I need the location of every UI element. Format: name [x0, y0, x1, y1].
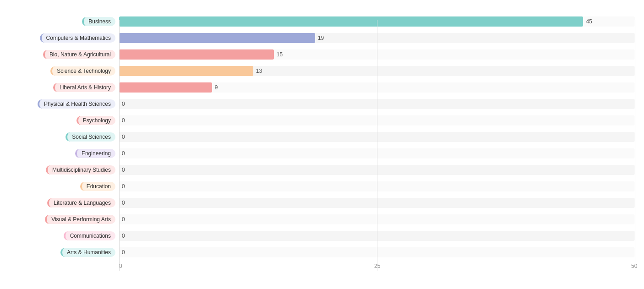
- bar-track: 0: [119, 99, 635, 109]
- bar-track: 0: [119, 247, 635, 257]
- bar-fill: [119, 82, 212, 93]
- bar-label-pill: Literature & Languages: [47, 198, 115, 207]
- bar-row: Bio, Nature & Agricultural15: [9, 47, 635, 62]
- bar-label-pill: Education: [80, 182, 115, 191]
- bar-label: Psychology: [9, 116, 119, 125]
- bar-track: 0: [119, 132, 635, 142]
- bar-label-pill: Communications: [64, 231, 115, 240]
- bar-label: Bio, Nature & Agricultural: [9, 50, 119, 59]
- bar-value-label: 0: [122, 134, 125, 140]
- bar-row: Computers & Mathematics19: [9, 30, 635, 46]
- bar-label-pill: Bio, Nature & Agricultural: [43, 50, 115, 59]
- bar-value-label: 0: [122, 183, 125, 190]
- bar-value-label: 0: [122, 216, 125, 223]
- bar-track: 13: [119, 66, 635, 76]
- bar-label-pill: Arts & Humanities: [60, 248, 115, 257]
- bar-row: Physical & Health Sciences0: [9, 96, 635, 112]
- bar-label: Social Sciences: [9, 132, 119, 142]
- bar-track: 0: [119, 165, 635, 175]
- bar-value-label: 0: [122, 101, 125, 107]
- bar-label-pill: Multidisciplinary Studies: [46, 165, 115, 174]
- bar-fill: [119, 16, 583, 27]
- bar-fill: [119, 49, 274, 60]
- bar-label: Physical & Health Sciences: [9, 99, 119, 109]
- bar-label-pill: Engineering: [75, 149, 115, 158]
- bar-value-label: 0: [122, 117, 125, 124]
- bar-label-pill: Physical & Health Sciences: [38, 99, 115, 109]
- bar-row: Multidisciplinary Studies0: [9, 162, 635, 178]
- bar-row: Arts & Humanities0: [9, 245, 635, 260]
- bar-row: Social Sciences0: [9, 129, 635, 145]
- bar-value-label: 45: [586, 18, 592, 25]
- bar-fill: [119, 33, 315, 43]
- bar-row: Education0: [9, 179, 635, 194]
- x-axis-label: 0: [119, 263, 122, 269]
- bar-label-pill: Business: [82, 17, 115, 26]
- bar-label: Education: [9, 182, 119, 191]
- bar-label-pill: Visual & Performing Arts: [45, 215, 115, 224]
- bar-value-label: 0: [122, 249, 125, 256]
- bar-label: Visual & Performing Arts: [9, 215, 119, 224]
- bar-value-label: 19: [318, 35, 324, 41]
- bar-row: Literature & Languages0: [9, 195, 635, 211]
- bar-label: Communications: [9, 231, 119, 240]
- bar-row: Science & Technology13: [9, 63, 635, 79]
- bar-value-label: 0: [122, 200, 125, 206]
- bar-label-pill: Social Sciences: [65, 132, 115, 142]
- bar-value-label: 9: [215, 84, 218, 91]
- bar-label-pill: Science & Technology: [50, 66, 115, 76]
- bar-track: 0: [119, 115, 635, 125]
- bar-track: 0: [119, 181, 635, 191]
- bar-track: 9: [119, 82, 635, 93]
- bar-value-label: 0: [122, 167, 125, 173]
- x-axis-label: 25: [374, 263, 380, 269]
- bar-label: Liberal Arts & History: [9, 83, 119, 92]
- bar-track: 15: [119, 49, 635, 60]
- bar-track: 0: [119, 148, 635, 158]
- bar-track: 45: [119, 16, 635, 27]
- bar-value-label: 15: [277, 51, 283, 58]
- chart-container: Business45Computers & Mathematics19Bio, …: [0, 0, 644, 289]
- bar-track: 0: [119, 231, 635, 241]
- bar-value-label: 0: [122, 233, 125, 239]
- bar-track: 0: [119, 198, 635, 208]
- bar-label-pill: Psychology: [76, 116, 115, 125]
- bar-row: Communications0: [9, 228, 635, 244]
- bar-label: Literature & Languages: [9, 198, 119, 207]
- bar-row: Visual & Performing Arts0: [9, 212, 635, 227]
- bar-label: Business: [9, 17, 119, 26]
- bar-label-pill: Liberal Arts & History: [53, 83, 115, 92]
- grid-line: [635, 20, 635, 271]
- bar-label-pill: Computers & Mathematics: [40, 33, 115, 43]
- x-axis-label: 50: [631, 263, 637, 269]
- bar-row: Engineering0: [9, 146, 635, 161]
- bar-row: Liberal Arts & History9: [9, 80, 635, 95]
- chart-area: Business45Computers & Mathematics19Bio, …: [9, 14, 635, 261]
- bar-label: Engineering: [9, 149, 119, 158]
- bar-value-label: 13: [256, 68, 262, 74]
- bar-label: Multidisciplinary Studies: [9, 165, 119, 174]
- bar-value-label: 0: [122, 150, 125, 157]
- bar-row: Psychology0: [9, 113, 635, 128]
- bar-row: Business45: [9, 14, 635, 29]
- bar-track: 19: [119, 33, 635, 43]
- bar-fill: [119, 66, 253, 76]
- bar-label: Arts & Humanities: [9, 248, 119, 257]
- bar-label: Computers & Mathematics: [9, 33, 119, 43]
- bar-label: Science & Technology: [9, 66, 119, 76]
- bar-track: 0: [119, 214, 635, 224]
